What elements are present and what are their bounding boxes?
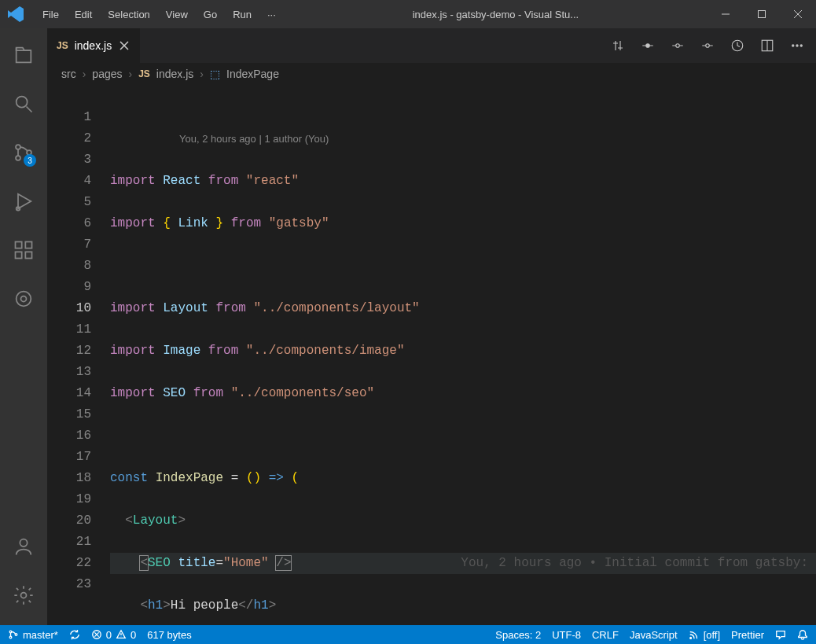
file-size-label[interactable]: 617 bytes <box>147 629 191 641</box>
git-branch-button[interactable]: master* <box>8 629 58 641</box>
js-file-icon: JS <box>57 40 68 51</box>
sync-button[interactable] <box>69 629 80 640</box>
svg-point-14 <box>646 44 650 48</box>
symbol-icon: ⬚ <box>210 68 220 80</box>
chevron-right-icon: › <box>129 68 133 80</box>
breadcrumb-folder[interactable]: pages <box>92 68 122 80</box>
git-prev-commit-icon[interactable] <box>670 38 686 53</box>
git-head-commit-icon[interactable] <box>640 38 656 53</box>
explorer-icon[interactable] <box>5 36 42 74</box>
svg-point-3 <box>16 156 20 160</box>
window-controls <box>708 0 816 28</box>
gitlens-icon[interactable] <box>5 280 42 318</box>
code-content[interactable]: You, 2 hours ago | 1 author (You) import… <box>110 85 816 625</box>
codelens-blame[interactable]: You, 2 hours ago | 1 author (You) <box>110 127 816 149</box>
js-file-icon: JS <box>138 68 150 79</box>
menu-go[interactable]: Go <box>196 4 225 25</box>
svg-point-11 <box>21 296 27 302</box>
settings-gear-icon[interactable] <box>5 576 42 614</box>
svg-point-20 <box>796 45 798 46</box>
breadcrumb-file[interactable]: index.js <box>156 68 193 80</box>
git-next-commit-icon[interactable] <box>700 38 715 53</box>
scm-badge: 3 <box>24 154 36 167</box>
extensions-icon[interactable] <box>5 231 42 269</box>
svg-point-23 <box>9 636 12 638</box>
svg-rect-6 <box>16 242 22 248</box>
chevron-right-icon: › <box>200 68 204 80</box>
close-tab-icon[interactable] <box>118 39 130 52</box>
indentation-button[interactable]: Spaces: 2 <box>495 629 541 641</box>
svg-point-13 <box>21 593 27 598</box>
svg-point-10 <box>17 292 31 307</box>
eol-button[interactable]: CRLF <box>592 629 619 641</box>
svg-point-26 <box>689 638 691 639</box>
minimize-button[interactable] <box>708 0 744 28</box>
overview-ruler[interactable] <box>805 85 816 625</box>
tabs-row: JS index.js <box>47 28 816 63</box>
breadcrumb[interactable]: src › pages › JS index.js › ⬚ IndexPage <box>47 63 816 85</box>
svg-point-12 <box>20 539 27 546</box>
activitybar: 3 <box>0 28 47 625</box>
maximize-button[interactable] <box>744 0 780 28</box>
breadcrumb-symbol[interactable]: IndexPage <box>226 68 279 80</box>
encoding-button[interactable]: UTF-8 <box>552 629 581 641</box>
source-control-icon[interactable]: 3 <box>5 134 42 171</box>
editor-actions <box>610 28 816 63</box>
menu-more-icon[interactable]: ··· <box>259 4 284 25</box>
svg-point-2 <box>16 145 20 149</box>
editor-more-icon[interactable] <box>789 38 805 53</box>
svg-point-15 <box>676 44 680 48</box>
menu-edit[interactable]: Edit <box>67 4 100 25</box>
feedback-icon[interactable] <box>775 629 786 640</box>
menu-file[interactable]: File <box>35 4 67 25</box>
prettier-button[interactable]: Prettier <box>731 629 764 641</box>
notifications-icon[interactable] <box>797 629 808 640</box>
window-title: index.js - gatsby-demo - Visual Stu... <box>284 9 708 20</box>
breadcrumb-folder[interactable]: src <box>61 68 76 80</box>
svg-rect-8 <box>16 252 22 258</box>
titlebar: File Edit Selection View Go Run ··· inde… <box>0 0 816 28</box>
chevron-right-icon: › <box>83 68 86 80</box>
tab-label: index.js <box>75 39 112 52</box>
inline-git-blame: You, 2 hours ago • Initial commit from g… <box>461 553 808 574</box>
menu-run[interactable]: Run <box>225 4 259 25</box>
menubar: File Edit Selection View Go Run ··· <box>35 4 284 25</box>
menu-selection[interactable]: Selection <box>100 4 157 25</box>
accounts-icon[interactable] <box>5 528 42 565</box>
menu-view[interactable]: View <box>158 4 196 25</box>
close-button[interactable] <box>780 0 816 28</box>
tab-index-js[interactable]: JS index.js <box>47 28 141 63</box>
split-editor-icon[interactable] <box>759 38 775 53</box>
svg-point-16 <box>706 44 710 48</box>
vscode-logo-icon <box>6 5 25 24</box>
toggle-file-blame-icon[interactable] <box>730 38 745 53</box>
svg-rect-9 <box>25 252 31 258</box>
search-icon[interactable] <box>5 85 42 123</box>
screencast-button[interactable]: [off] <box>689 629 720 641</box>
svg-rect-7 <box>25 242 31 248</box>
svg-point-19 <box>792 45 794 46</box>
statusbar: master* 0 0 617 bytes Spaces: 2 UTF-8 CR… <box>0 625 816 644</box>
compare-changes-icon[interactable] <box>610 38 626 53</box>
svg-point-22 <box>9 631 12 633</box>
line-number-gutter[interactable]: 1 2 3 4 5 6 7 8 9 10 11 12 13 14 15 16 1… <box>47 85 110 625</box>
svg-point-1 <box>17 97 28 108</box>
problems-button[interactable]: 0 0 <box>91 629 136 641</box>
language-mode-button[interactable]: JavaScript <box>630 629 678 641</box>
code-editor[interactable]: 1 2 3 4 5 6 7 8 9 10 11 12 13 14 15 16 1… <box>47 85 816 625</box>
svg-point-21 <box>800 45 802 46</box>
svg-rect-0 <box>759 11 766 18</box>
run-debug-icon[interactable] <box>5 182 42 220</box>
